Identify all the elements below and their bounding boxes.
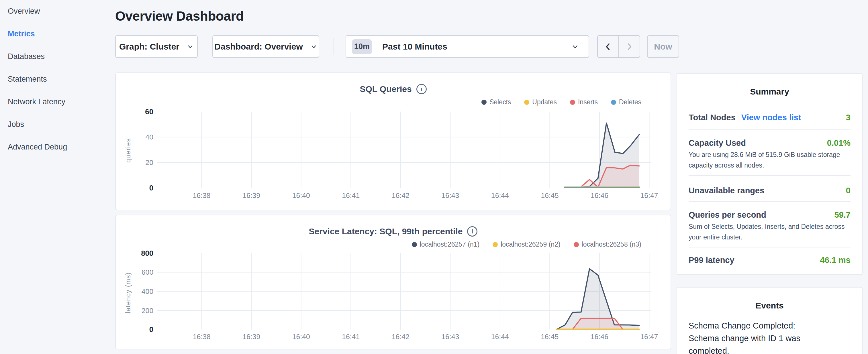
service-latency-chart-card: 16:3816:3916:4016:4116:4216:4316:4416:45… <box>115 215 671 349</box>
divider <box>689 129 850 130</box>
sidebar-item-metrics[interactable]: Metrics <box>8 23 108 45</box>
legend-label: Updates <box>532 98 557 106</box>
svg-text:16:47: 16:47 <box>640 333 658 341</box>
capacity-used-value: 0.01% <box>827 138 850 148</box>
info-icon[interactable]: i <box>467 226 477 236</box>
svg-text:16:45: 16:45 <box>541 192 559 199</box>
time-next-button[interactable] <box>618 36 640 57</box>
svg-text:800: 800 <box>141 249 153 257</box>
y-axis-label: queries <box>124 138 132 163</box>
time-nav-button-group <box>597 35 640 58</box>
qps-value: 59.7 <box>834 210 850 220</box>
legend-label: localhost:26259 (n2) <box>501 240 560 248</box>
graph-dropdown[interactable]: Graph: Cluster <box>115 35 198 58</box>
p99-latency-label: P99 latency <box>689 255 735 265</box>
divider <box>689 201 850 202</box>
total-nodes-value: 3 <box>846 112 850 122</box>
legend-label: localhost:26258 (n3) <box>582 240 641 248</box>
summary-title: Summary <box>689 87 850 97</box>
time-prev-button[interactable] <box>598 36 618 57</box>
events-panel: Events Schema Change Completed: Schema c… <box>677 287 863 354</box>
svg-text:200: 200 <box>142 307 153 315</box>
dashboard-dropdown-label: Dashboard: Overview <box>214 42 303 52</box>
legend-dot-icon <box>412 242 417 247</box>
legend-item[interactable]: localhost:26257 (n1) <box>412 240 479 248</box>
divider <box>689 175 850 176</box>
sidebar-item-network-latency[interactable]: Network Latency <box>8 91 108 113</box>
y-axis-label: latency (ms) <box>124 272 132 313</box>
now-button[interactable]: Now <box>647 35 679 58</box>
svg-text:16:46: 16:46 <box>591 192 608 199</box>
chart-title-text: SQL Queries <box>360 84 411 94</box>
time-range-label: Past 10 Minutes <box>382 42 561 52</box>
summary-row-qps: Queries per second 59.7 <box>689 210 850 220</box>
toolbar-divider <box>334 38 334 55</box>
page-title: Overview Dashboard <box>115 9 244 23</box>
info-icon[interactable]: i <box>416 84 427 94</box>
svg-text:400: 400 <box>142 288 153 295</box>
legend-item[interactable]: Deletes <box>611 98 641 106</box>
legend-item[interactable]: localhost:26259 (n2) <box>493 240 560 248</box>
legend-item[interactable]: localhost:26258 (n3) <box>574 240 641 248</box>
svg-text:600: 600 <box>142 268 153 276</box>
legend-item[interactable]: Inserts <box>570 98 598 106</box>
view-nodes-list-link[interactable]: View nodes list <box>741 112 801 122</box>
p99-latency-value: 46.1 ms <box>820 255 850 265</box>
chevron-down-icon <box>187 43 194 50</box>
legend-label: Inserts <box>578 98 598 106</box>
sidebar: OverviewMetricsDatabasesStatementsNetwor… <box>8 0 108 158</box>
svg-text:16:43: 16:43 <box>441 192 459 199</box>
svg-text:16:45: 16:45 <box>541 333 559 341</box>
sidebar-item-jobs[interactable]: Jobs <box>8 113 108 136</box>
total-nodes-label: Total Nodes <box>689 112 736 122</box>
divider <box>689 247 850 248</box>
page: { "header": { "title": "Overview Dashboa… <box>0 0 868 354</box>
svg-text:16:38: 16:38 <box>193 192 211 199</box>
graph-dropdown-label: Graph: Cluster <box>119 42 179 52</box>
svg-text:60: 60 <box>145 108 153 116</box>
legend-label: Selects <box>490 98 511 106</box>
unavailable-ranges-label: Unavailable ranges <box>689 186 764 195</box>
legend-label: Deletes <box>619 98 641 106</box>
svg-text:16:42: 16:42 <box>392 192 409 199</box>
summary-panel: Summary Total Nodes View nodes list 3 Ca… <box>677 73 863 275</box>
time-range-selector[interactable]: 10m Past 10 Minutes <box>346 35 589 58</box>
sql-queries-chart-card: 16:3816:3916:4016:4116:4216:4316:4416:45… <box>115 72 671 210</box>
events-list: Schema Change Completed: Schema change w… <box>689 319 850 354</box>
chevron-down-icon <box>310 43 317 50</box>
svg-text:0: 0 <box>149 326 153 334</box>
summary-row-capacity: Capacity Used 0.01% <box>689 138 850 148</box>
sidebar-item-statements[interactable]: Statements <box>8 68 108 91</box>
chart-title: SQL Queries i <box>116 84 671 94</box>
svg-text:16:44: 16:44 <box>491 192 509 199</box>
time-range-badge: 10m <box>352 39 372 54</box>
capacity-used-label: Capacity Used <box>689 138 746 148</box>
svg-text:40: 40 <box>145 133 153 141</box>
svg-text:16:39: 16:39 <box>242 333 260 341</box>
dashboard-dropdown[interactable]: Dashboard: Overview <box>212 35 319 58</box>
legend-dot-icon <box>611 100 616 105</box>
svg-text:16:40: 16:40 <box>292 192 310 199</box>
sidebar-item-overview[interactable]: Overview <box>8 0 108 23</box>
legend-dot-icon <box>574 242 579 247</box>
summary-row-total-nodes: Total Nodes View nodes list 3 <box>689 112 850 122</box>
svg-text:16:43: 16:43 <box>441 333 459 341</box>
sidebar-item-advanced-debug[interactable]: Advanced Debug <box>8 136 108 158</box>
qps-label: Queries per second <box>689 210 766 220</box>
event-message: Schema Change Completed: Schema change w… <box>689 319 828 354</box>
svg-text:16:46: 16:46 <box>591 333 608 341</box>
svg-text:16:39: 16:39 <box>242 192 260 199</box>
legend-label: localhost:26257 (n1) <box>420 240 479 248</box>
sidebar-item-databases[interactable]: Databases <box>8 45 108 68</box>
svg-text:16:47: 16:47 <box>640 192 658 199</box>
summary-row-unavailable-ranges: Unavailable ranges 0 <box>689 186 850 195</box>
legend-item[interactable]: Selects <box>482 98 511 106</box>
legend-dot-icon <box>524 100 529 105</box>
legend-dot-icon <box>482 100 487 105</box>
legend-dot-icon <box>493 242 498 247</box>
svg-text:16:42: 16:42 <box>392 333 409 341</box>
chart-title-text: Service Latency: SQL, 99th percentile <box>309 227 463 236</box>
svg-text:16:41: 16:41 <box>342 333 360 341</box>
svg-text:16:44: 16:44 <box>491 333 509 341</box>
legend-item[interactable]: Updates <box>524 98 557 106</box>
